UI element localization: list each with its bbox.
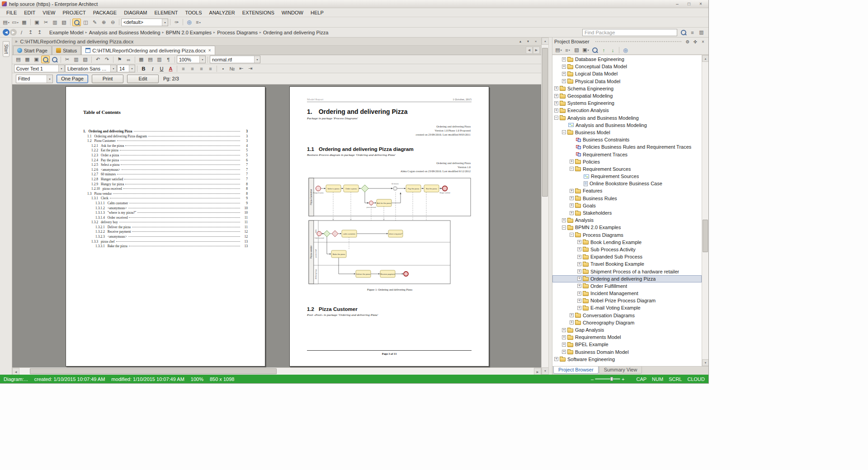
expand-toggle-icon[interactable]: + (562, 72, 566, 76)
tree-item[interactable]: + Stakeholders (552, 209, 702, 216)
search-preview-icon[interactable] (72, 19, 81, 26)
tree-item[interactable]: + Geospatial Modeling (552, 92, 702, 99)
new-package-icon[interactable]: ▤▾ (554, 46, 563, 54)
tree-item[interactable]: + Software Engineering (552, 356, 702, 363)
back-icon[interactable]: ◀ (3, 29, 9, 36)
close-button[interactable]: × (695, 1, 707, 7)
scroll-down-icon[interactable]: ▼ (542, 367, 549, 375)
hyperlink-icon[interactable]: ∞ (124, 56, 133, 63)
tree-item[interactable]: + Business Domain Model (552, 348, 702, 356)
tree-item[interactable]: − Process Diagrams (552, 231, 702, 239)
expand-toggle-icon[interactable]: + (554, 86, 558, 90)
copy-icon[interactable]: ▥ (72, 56, 80, 63)
tree-item[interactable]: Analysis and Business Modeling (552, 122, 702, 129)
expand-toggle-icon[interactable]: + (570, 313, 574, 317)
tree-item[interactable]: − Requirement Sources (552, 165, 702, 173)
chevrons-icon[interactable]: » (15, 39, 18, 44)
book-icon[interactable]: ◫ (81, 19, 90, 26)
tree-item[interactable]: + Analysis (552, 216, 702, 224)
expand-toggle-icon[interactable]: + (562, 218, 566, 222)
expand-toggle-icon[interactable]: + (570, 203, 574, 207)
redo-icon[interactable]: ↷ (103, 56, 111, 63)
scrollbar-thumb[interactable] (703, 220, 708, 252)
expand-toggle-icon[interactable]: + (562, 79, 566, 83)
menu-item[interactable]: FILE (3, 10, 20, 15)
table-column-icon[interactable]: ▥ (155, 56, 164, 63)
panel-tab[interactable]: Summary View (599, 367, 642, 374)
panel-tab[interactable]: Project Browser (553, 367, 599, 374)
start-dock-tab[interactable]: Start (3, 41, 9, 57)
open-project-icon[interactable]: ▭▾ (11, 19, 19, 26)
columns-icon[interactable]: ▥ (697, 28, 706, 36)
dropdown-arrow-icon[interactable]: ▾ (162, 19, 168, 26)
zoom-out-icon[interactable]: ⊖ (108, 19, 117, 26)
cut-icon[interactable]: ✂ (42, 19, 50, 26)
style-combo[interactable]: Cover Text 1▾ (14, 65, 65, 72)
expand-toggle-icon[interactable]: + (570, 320, 574, 324)
document-canvas[interactable]: Table of Contents 1. Ordering and delive… (12, 85, 541, 367)
expand-toggle-icon[interactable]: + (577, 255, 581, 259)
package-up-icon[interactable]: ↥ (35, 28, 44, 36)
expand-toggle-icon[interactable]: + (562, 335, 566, 339)
edit-pencil-icon[interactable]: ✎ (90, 19, 99, 26)
new-diagram-icon[interactable]: ▧ (572, 46, 581, 54)
font-color-icon[interactable]: A (166, 65, 175, 72)
expand-toggle-icon[interactable] (577, 181, 582, 186)
tree-item[interactable]: + Book Lending Example (552, 239, 702, 246)
perspective-combo[interactable]: <default>▾ (121, 19, 168, 26)
format-painter-icon[interactable]: ✑ (172, 19, 181, 26)
print-icon[interactable]: ▣ (33, 19, 41, 26)
outdent-icon[interactable]: ⇤ (237, 65, 245, 72)
tree-item[interactable]: + Systems Engineering (552, 99, 702, 107)
menu-item[interactable]: DIAGRAM (120, 10, 151, 15)
tree-item[interactable]: + BPEL Example (552, 341, 702, 348)
tree-item[interactable]: − Analysis and Business Modeling (552, 114, 702, 122)
dropdown-arrow-icon[interactable]: ▾ (129, 65, 135, 72)
expand-toggle-icon[interactable]: + (570, 211, 574, 215)
expand-toggle-icon[interactable]: + (577, 262, 581, 266)
expand-toggle-icon[interactable]: + (577, 299, 581, 303)
expand-toggle-icon[interactable] (562, 122, 567, 127)
dropdown-arrow-icon[interactable]: ▾ (199, 56, 205, 63)
dropdown-arrow-icon[interactable]: ▾ (47, 75, 52, 83)
align-center-icon[interactable]: ≡ (188, 65, 197, 72)
dropdown-arrow-icon[interactable]: ▾ (58, 65, 64, 72)
tree-item[interactable]: + E-mail Voting Example (552, 304, 702, 311)
save-icon[interactable]: ▦ (20, 19, 28, 26)
print-button[interactable]: Print (92, 75, 123, 83)
zoom-slider[interactable]: – + (591, 376, 625, 382)
expand-toggle-icon[interactable]: − (562, 226, 566, 230)
table-row-icon[interactable]: ▤ (146, 56, 155, 63)
bullet-list-icon[interactable]: • (219, 65, 227, 72)
forward-icon[interactable]: ▶ (10, 29, 17, 36)
help-sphere-icon[interactable]: ◎ (621, 46, 630, 54)
align-right-icon[interactable]: ≡ (197, 65, 206, 72)
expand-toggle-icon[interactable]: − (562, 130, 566, 134)
close-icon[interactable]: × (532, 38, 539, 45)
tree-item[interactable]: Business Constraints (552, 136, 702, 143)
expand-toggle-icon[interactable]: + (562, 343, 566, 347)
scroll-down-icon[interactable]: ▼ (702, 359, 708, 366)
new-document-icon[interactable]: ▤ (14, 56, 23, 63)
expand-toggle-icon[interactable]: + (577, 277, 581, 281)
tree-item[interactable]: + Conceptual Data Model (552, 63, 702, 70)
search-icon[interactable] (679, 28, 688, 36)
tree-item[interactable]: + Schema Engineering (552, 85, 702, 92)
tree-item[interactable]: + Goals (552, 202, 702, 209)
zoom-combo[interactable]: 100%▾ (177, 56, 206, 63)
fit-mode-combo[interactable]: Fitted ▾ (16, 75, 53, 83)
expand-toggle-icon[interactable]: + (577, 306, 581, 310)
move-down-icon[interactable]: ↓ (609, 46, 617, 54)
expand-toggle-icon[interactable]: + (577, 240, 581, 244)
tree-item[interactable]: + Shipment Process of a hardware retaile… (552, 268, 702, 275)
indent-icon[interactable]: ⇥ (246, 65, 255, 72)
zoom-in-icon[interactable]: + (622, 376, 624, 382)
tree-item[interactable]: + Choreography Diagram (552, 319, 702, 326)
paragraph-marks-icon[interactable]: ¶ (164, 56, 173, 63)
move-up-icon[interactable]: ↑ (599, 46, 608, 54)
menu-item[interactable]: VIEW (39, 10, 59, 15)
scroll-up-icon[interactable]: ▲ (702, 55, 708, 62)
tree-item[interactable]: Requirement Traces (552, 150, 702, 158)
expand-toggle-icon[interactable]: + (577, 291, 581, 296)
print-preview-icon[interactable] (41, 56, 50, 63)
